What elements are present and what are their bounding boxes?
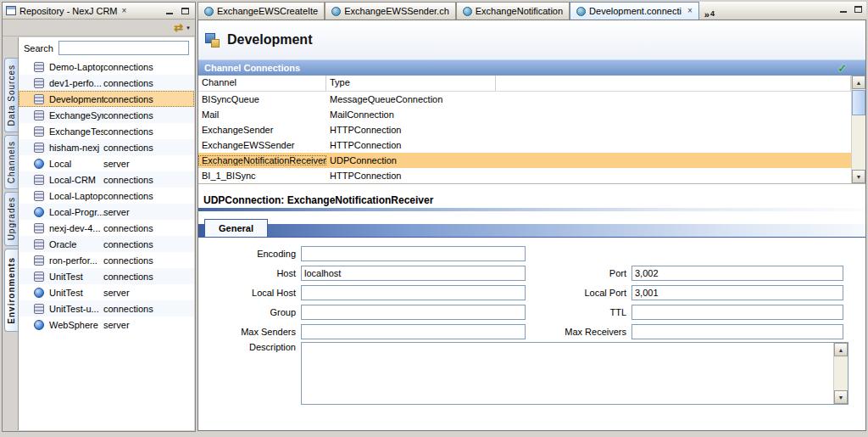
- connections-icon: [34, 94, 44, 104]
- list-item[interactable]: hisham-nexjconnections: [19, 139, 194, 155]
- list-item[interactable]: WebSphereserver: [19, 317, 194, 333]
- ttl-field[interactable]: [632, 305, 843, 320]
- list-item[interactable]: UnitTest-u...connections: [19, 300, 194, 317]
- more-tabs-chevron[interactable]: » 4: [699, 8, 720, 20]
- link-with-editor-icon[interactable]: ⇄: [174, 22, 183, 33]
- list-item[interactable]: Localserver: [19, 155, 194, 171]
- editor-tab-development-active[interactable]: Development.connecti ×: [570, 2, 699, 20]
- scroll-up-icon[interactable]: ▲: [852, 76, 865, 89]
- column-header-channel[interactable]: Channel: [198, 76, 326, 91]
- table-row[interactable]: ExchangeSenderHTTPConnection: [198, 122, 851, 137]
- max-receivers-field[interactable]: [632, 324, 843, 339]
- list-item[interactable]: ExchangeSyncconnections: [19, 107, 194, 123]
- description-field[interactable]: [302, 343, 833, 404]
- close-tab-icon[interactable]: ×: [687, 7, 693, 15]
- item-kind: connections: [103, 304, 153, 314]
- editor-tab-exchangeewscreateite[interactable]: ExchangeEWSCreateIte: [198, 2, 325, 20]
- list-item[interactable]: Local-CRMconnections: [19, 171, 194, 188]
- list-item[interactable]: ron-perfor...connections: [19, 252, 194, 268]
- list-item[interactable]: Local-Laptopconnections: [19, 188, 194, 204]
- item-name: UnitTest: [49, 272, 103, 282]
- list-item[interactable]: UnitTestconnections: [19, 268, 194, 284]
- detail-tab-bar-gradient: [198, 224, 865, 237]
- connections-icon: [34, 191, 44, 201]
- channel-connections-header: Channel Connections ✓: [198, 59, 865, 76]
- list-item[interactable]: Demo-Laptopconnections: [19, 59, 194, 75]
- list-item-selected[interactable]: Developmentconnections: [19, 91, 194, 107]
- maximize-view-button[interactable]: [179, 5, 192, 16]
- view-menu-dropdown-icon[interactable]: ▼: [186, 25, 191, 31]
- description-scrollbar[interactable]: ▲ ▼: [833, 343, 848, 404]
- tab-label: Environments: [7, 257, 16, 324]
- port-field[interactable]: [632, 266, 843, 281]
- scroll-up-icon[interactable]: ▲: [834, 343, 848, 356]
- connections-icon: [34, 110, 44, 120]
- max-senders-label: Max Senders: [198, 327, 301, 337]
- scroll-down-icon[interactable]: ▼: [834, 390, 848, 404]
- list-item[interactable]: UnitTestserver: [19, 284, 194, 300]
- list-item[interactable]: Oracleconnections: [19, 236, 194, 252]
- item-name: UnitTest: [49, 288, 103, 298]
- validation-check-icon[interactable]: ✓: [837, 62, 847, 75]
- connections-icon: [34, 62, 44, 72]
- model-layer-tab-strip: Data Sources Channels Upgrades Environme…: [3, 37, 18, 430]
- column-header-type[interactable]: Type: [326, 76, 496, 91]
- item-kind: connections: [103, 62, 153, 72]
- table-row[interactable]: MailMailConnection: [198, 107, 851, 122]
- tab-upgrades[interactable]: Upgrades: [4, 192, 18, 246]
- group-field[interactable]: [301, 305, 526, 320]
- connections-icon: [34, 304, 44, 314]
- item-kind: connections: [103, 255, 153, 266]
- cell-type: HTTPConnection: [326, 171, 496, 181]
- ttl-label: TTL: [526, 307, 632, 317]
- detail-section-divider: [198, 208, 865, 211]
- search-input[interactable]: [58, 41, 189, 55]
- cell-type: MessageQueueConnection: [326, 94, 496, 104]
- item-kind: connections: [103, 110, 153, 120]
- list-item[interactable]: nexj-dev-4...connections: [19, 220, 194, 236]
- minimize-view-button[interactable]: [163, 5, 175, 16]
- tab-data-sources[interactable]: Data Sources: [4, 58, 18, 132]
- host-field[interactable]: [301, 266, 526, 281]
- editor-tab-exchangeewssender[interactable]: ExchangeEWSSender.ch: [325, 2, 456, 20]
- encoding-field[interactable]: [301, 246, 526, 261]
- section-title: Channel Connections: [204, 63, 300, 73]
- server-icon: [34, 207, 44, 217]
- minimize-editor-button[interactable]: [837, 3, 849, 14]
- maximize-editor-button[interactable]: [852, 3, 865, 14]
- tab-channels[interactable]: Channels: [4, 135, 18, 189]
- encoding-label: Encoding: [198, 249, 301, 259]
- channel-file-icon: [204, 7, 214, 16]
- cell-type: MailConnection: [326, 109, 496, 120]
- list-item[interactable]: ExchangeTestconnections: [19, 123, 194, 139]
- form-row-description: Description ▲ ▼: [198, 342, 865, 405]
- connections-icon: [34, 272, 44, 282]
- table-row[interactable]: BI_1_BISyncHTTPConnection: [198, 168, 851, 183]
- connections-icon: [34, 223, 44, 233]
- page-title: Development: [227, 32, 312, 48]
- form-row: Host Port: [198, 263, 865, 283]
- item-name: Local-Laptop: [49, 191, 103, 201]
- max-senders-field[interactable]: [301, 324, 526, 339]
- tab-general[interactable]: General: [204, 219, 268, 237]
- list-item[interactable]: Local-Progr...server: [19, 204, 194, 220]
- scrollbar-thumb[interactable]: [852, 90, 865, 115]
- table-row[interactable]: ExchangeEWSSenderHTTPConnection: [198, 137, 851, 153]
- tab-environments[interactable]: Environments: [4, 249, 18, 332]
- item-name: hisham-nexj: [49, 143, 103, 153]
- local-host-field[interactable]: [301, 285, 526, 300]
- table-scrollbar[interactable]: ▲ ▼: [851, 76, 865, 183]
- table-row-selected[interactable]: ExchangeNotificationReceiverUDPConnectio…: [198, 153, 851, 168]
- host-label: Host: [198, 268, 301, 278]
- item-name: dev1-perfo...: [49, 78, 103, 88]
- connections-icon: [34, 78, 44, 88]
- local-port-field[interactable]: [632, 285, 843, 300]
- item-name: nexj-dev-4...: [49, 223, 103, 233]
- table-row[interactable]: BISyncQueueMessageQueueConnection: [198, 92, 851, 107]
- scroll-down-icon[interactable]: ▼: [852, 170, 865, 183]
- group-label: Group: [198, 307, 301, 317]
- close-view-icon[interactable]: ×: [121, 7, 128, 15]
- editor-tab-exchangenotification[interactable]: ExchangeNotification: [456, 2, 570, 20]
- list-item[interactable]: dev1-perfo...connections: [19, 75, 194, 91]
- item-kind: connections: [103, 175, 153, 185]
